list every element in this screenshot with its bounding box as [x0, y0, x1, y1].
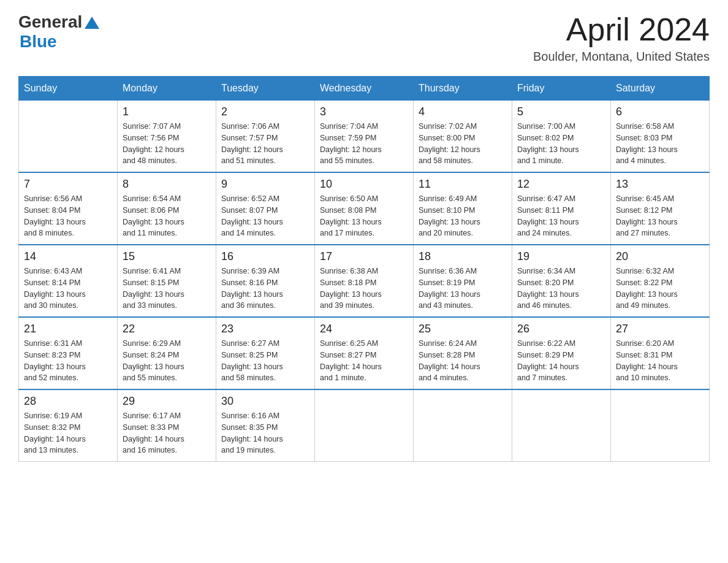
- calendar-cell: 25Sunrise: 6:24 AM Sunset: 8:28 PM Dayli…: [414, 317, 512, 389]
- calendar-cell: 16Sunrise: 6:39 AM Sunset: 8:16 PM Dayli…: [216, 245, 315, 317]
- day-number: 9: [221, 178, 309, 191]
- calendar-week-row: 21Sunrise: 6:31 AM Sunset: 8:23 PM Dayli…: [19, 317, 710, 389]
- day-info: Sunrise: 6:16 AM Sunset: 8:35 PM Dayligh…: [221, 410, 309, 456]
- calendar-cell: 14Sunrise: 6:43 AM Sunset: 8:14 PM Dayli…: [19, 245, 118, 317]
- calendar-cell: [315, 389, 414, 462]
- column-header-saturday: Saturday: [611, 77, 710, 101]
- calendar-cell: 20Sunrise: 6:32 AM Sunset: 8:22 PM Dayli…: [611, 245, 710, 317]
- calendar-cell: 21Sunrise: 6:31 AM Sunset: 8:23 PM Dayli…: [19, 317, 118, 389]
- calendar-cell: 24Sunrise: 6:25 AM Sunset: 8:27 PM Dayli…: [315, 317, 414, 389]
- day-info: Sunrise: 6:50 AM Sunset: 8:08 PM Dayligh…: [320, 193, 408, 239]
- day-info: Sunrise: 6:56 AM Sunset: 8:04 PM Dayligh…: [24, 193, 112, 239]
- column-header-friday: Friday: [512, 77, 611, 101]
- day-number: 7: [24, 178, 112, 191]
- logo-triangle-icon: [83, 14, 100, 31]
- day-number: 2: [221, 105, 309, 118]
- day-number: 3: [320, 105, 408, 118]
- day-number: 17: [320, 250, 408, 263]
- day-info: Sunrise: 6:45 AM Sunset: 8:12 PM Dayligh…: [616, 193, 704, 239]
- calendar-cell: [414, 389, 512, 462]
- day-number: 14: [24, 250, 112, 263]
- day-number: 20: [616, 250, 704, 263]
- calendar-cell: 18Sunrise: 6:36 AM Sunset: 8:19 PM Dayli…: [414, 245, 512, 317]
- month-title: April 2024: [533, 12, 710, 47]
- logo-general-text: General: [18, 12, 82, 32]
- calendar-cell: 2Sunrise: 7:06 AM Sunset: 7:57 PM Daylig…: [216, 101, 315, 173]
- day-info: Sunrise: 6:47 AM Sunset: 8:11 PM Dayligh…: [517, 193, 605, 239]
- day-info: Sunrise: 6:36 AM Sunset: 8:19 PM Dayligh…: [419, 266, 507, 312]
- day-info: Sunrise: 6:17 AM Sunset: 8:33 PM Dayligh…: [123, 410, 211, 456]
- location-text: Boulder, Montana, United States: [533, 50, 710, 64]
- calendar-cell: 13Sunrise: 6:45 AM Sunset: 8:12 PM Dayli…: [611, 172, 710, 245]
- day-number: 26: [517, 323, 605, 335]
- day-info: Sunrise: 6:58 AM Sunset: 8:03 PM Dayligh…: [616, 121, 704, 167]
- day-number: 10: [320, 178, 408, 191]
- column-header-wednesday: Wednesday: [315, 77, 414, 101]
- calendar-cell: 3Sunrise: 7:04 AM Sunset: 7:59 PM Daylig…: [315, 101, 414, 173]
- day-number: 29: [123, 395, 211, 408]
- day-info: Sunrise: 6:54 AM Sunset: 8:06 PM Dayligh…: [123, 193, 211, 239]
- calendar-cell: 30Sunrise: 6:16 AM Sunset: 8:35 PM Dayli…: [216, 389, 315, 462]
- calendar-cell: 26Sunrise: 6:22 AM Sunset: 8:29 PM Dayli…: [512, 317, 611, 389]
- day-number: 24: [320, 323, 408, 335]
- calendar-cell: 7Sunrise: 6:56 AM Sunset: 8:04 PM Daylig…: [19, 172, 118, 245]
- day-number: 27: [616, 323, 704, 335]
- day-number: 5: [517, 105, 605, 118]
- calendar-cell: 12Sunrise: 6:47 AM Sunset: 8:11 PM Dayli…: [512, 172, 611, 245]
- day-info: Sunrise: 6:52 AM Sunset: 8:07 PM Dayligh…: [221, 193, 309, 239]
- calendar-cell: 27Sunrise: 6:20 AM Sunset: 8:31 PM Dayli…: [611, 317, 710, 389]
- calendar-cell: 8Sunrise: 6:54 AM Sunset: 8:06 PM Daylig…: [118, 172, 216, 245]
- calendar-header-row: SundayMondayTuesdayWednesdayThursdayFrid…: [19, 77, 710, 101]
- title-area: April 2024 Boulder, Montana, United Stat…: [533, 12, 710, 64]
- calendar-cell: [19, 101, 118, 173]
- column-header-thursday: Thursday: [414, 77, 512, 101]
- day-info: Sunrise: 6:32 AM Sunset: 8:22 PM Dayligh…: [616, 266, 704, 312]
- calendar-week-row: 28Sunrise: 6:19 AM Sunset: 8:32 PM Dayli…: [19, 389, 710, 462]
- calendar-cell: 4Sunrise: 7:02 AM Sunset: 8:00 PM Daylig…: [414, 101, 512, 173]
- day-info: Sunrise: 6:20 AM Sunset: 8:31 PM Dayligh…: [616, 338, 704, 384]
- day-info: Sunrise: 6:22 AM Sunset: 8:29 PM Dayligh…: [517, 338, 605, 384]
- calendar-cell: 5Sunrise: 7:00 AM Sunset: 8:02 PM Daylig…: [512, 101, 611, 173]
- calendar-cell: 10Sunrise: 6:50 AM Sunset: 8:08 PM Dayli…: [315, 172, 414, 245]
- column-header-tuesday: Tuesday: [216, 77, 315, 101]
- page-header: General Blue April 2024 Boulder, Montana…: [18, 12, 710, 64]
- day-info: Sunrise: 7:07 AM Sunset: 7:56 PM Dayligh…: [123, 121, 211, 167]
- day-info: Sunrise: 6:41 AM Sunset: 8:15 PM Dayligh…: [123, 266, 211, 312]
- day-info: Sunrise: 6:25 AM Sunset: 8:27 PM Dayligh…: [320, 338, 408, 384]
- day-info: Sunrise: 6:49 AM Sunset: 8:10 PM Dayligh…: [419, 193, 507, 239]
- calendar-cell: 11Sunrise: 6:49 AM Sunset: 8:10 PM Dayli…: [414, 172, 512, 245]
- calendar-cell: 15Sunrise: 6:41 AM Sunset: 8:15 PM Dayli…: [118, 245, 216, 317]
- day-number: 8: [123, 178, 211, 191]
- calendar-table: SundayMondayTuesdayWednesdayThursdayFrid…: [18, 76, 710, 462]
- day-number: 12: [517, 178, 605, 191]
- calendar-cell: [512, 389, 611, 462]
- day-info: Sunrise: 7:00 AM Sunset: 8:02 PM Dayligh…: [517, 121, 605, 167]
- logo: General Blue: [18, 12, 100, 52]
- day-number: 16: [221, 250, 309, 263]
- calendar-cell: 17Sunrise: 6:38 AM Sunset: 8:18 PM Dayli…: [315, 245, 414, 317]
- day-number: 21: [24, 323, 112, 335]
- svg-marker-0: [85, 17, 99, 29]
- day-info: Sunrise: 6:27 AM Sunset: 8:25 PM Dayligh…: [221, 338, 309, 384]
- day-info: Sunrise: 6:29 AM Sunset: 8:24 PM Dayligh…: [123, 338, 211, 384]
- day-info: Sunrise: 6:43 AM Sunset: 8:14 PM Dayligh…: [24, 266, 112, 312]
- day-info: Sunrise: 6:34 AM Sunset: 8:20 PM Dayligh…: [517, 266, 605, 312]
- day-info: Sunrise: 7:02 AM Sunset: 8:00 PM Dayligh…: [419, 121, 507, 167]
- day-number: 1: [123, 105, 211, 118]
- day-number: 19: [517, 250, 605, 263]
- day-info: Sunrise: 6:19 AM Sunset: 8:32 PM Dayligh…: [24, 410, 112, 456]
- day-number: 23: [221, 323, 309, 335]
- calendar-cell: [611, 389, 710, 462]
- calendar-cell: 29Sunrise: 6:17 AM Sunset: 8:33 PM Dayli…: [118, 389, 216, 462]
- calendar-cell: 28Sunrise: 6:19 AM Sunset: 8:32 PM Dayli…: [19, 389, 118, 462]
- day-number: 15: [123, 250, 211, 263]
- day-number: 11: [419, 178, 507, 191]
- day-number: 28: [24, 395, 112, 408]
- day-number: 6: [616, 105, 704, 118]
- day-info: Sunrise: 7:06 AM Sunset: 7:57 PM Dayligh…: [221, 121, 309, 167]
- calendar-cell: 9Sunrise: 6:52 AM Sunset: 8:07 PM Daylig…: [216, 172, 315, 245]
- day-number: 4: [419, 105, 507, 118]
- calendar-cell: 1Sunrise: 7:07 AM Sunset: 7:56 PM Daylig…: [118, 101, 216, 173]
- column-header-monday: Monday: [118, 77, 216, 101]
- calendar-cell: 22Sunrise: 6:29 AM Sunset: 8:24 PM Dayli…: [118, 317, 216, 389]
